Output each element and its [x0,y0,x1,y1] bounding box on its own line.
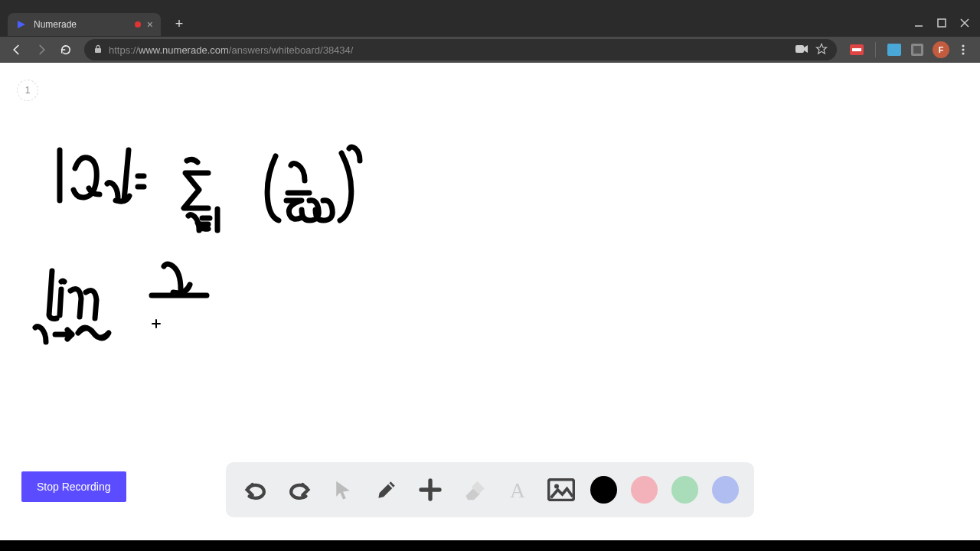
svg-point-14 [962,52,964,54]
svg-point-20 [554,484,559,489]
color-blue[interactable] [712,476,739,504]
color-pink[interactable] [631,476,658,504]
image-tool[interactable] [547,474,577,505]
separator [875,42,876,57]
stop-recording-button[interactable]: Stop Recording [21,471,126,502]
svg-rect-5 [95,48,101,53]
profile-avatar[interactable]: F [933,41,949,58]
color-black[interactable] [590,476,617,504]
eraser-tool[interactable] [459,474,489,505]
reload-button[interactable] [55,39,77,60]
text-tool[interactable]: A [503,474,533,505]
menu-button[interactable] [952,39,974,60]
browser-tabstrip: Numerade × + [0,11,980,37]
svg-rect-2 [938,19,946,27]
whiteboard-toolbar: A [226,462,754,517]
svg-point-12 [962,44,964,47]
browser-tab[interactable]: Numerade × [8,13,161,36]
redo-button[interactable] [285,474,315,505]
numerade-favicon [15,18,28,31]
lock-icon [93,44,103,56]
svg-text:A: A [510,478,525,501]
close-window-button[interactable] [960,18,969,30]
new-tab-button[interactable]: + [170,15,188,34]
add-tool[interactable] [416,474,446,505]
browser-toolbar: https://www.numerade.com/answers/whitebo… [0,37,980,63]
maximize-button[interactable] [937,18,946,30]
svg-marker-0 [18,21,25,28]
extension-icon-1[interactable] [849,42,864,57]
extension-icon-2[interactable] [887,42,902,57]
svg-rect-9 [887,44,901,56]
tab-close-button[interactable]: × [147,19,153,30]
pencil-tool[interactable] [372,474,402,505]
window-controls [914,18,980,30]
color-green[interactable] [671,476,698,504]
undo-button[interactable] [241,474,271,505]
svg-rect-8 [852,48,861,51]
recording-indicator-icon [135,21,141,28]
svg-rect-11 [913,46,921,54]
extension-icon-3[interactable] [910,42,925,57]
tab-title: Numerade [34,19,135,30]
forward-button[interactable] [31,39,52,60]
bookmark-star-icon[interactable] [815,43,828,57]
svg-point-13 [962,48,964,51]
window-titlebar [0,0,980,11]
extension-icons [844,42,929,57]
bottom-bar [0,540,980,551]
back-button[interactable] [6,39,28,60]
address-bar[interactable]: https://www.numerade.com/answers/whitebo… [84,39,837,60]
minimize-button[interactable] [914,18,923,30]
pointer-tool[interactable] [328,474,358,505]
url-text: https://www.numerade.com/answers/whitebo… [109,44,788,56]
camera-indicator-icon[interactable] [795,44,808,56]
svg-rect-6 [795,45,804,53]
page-content: 1 Sto [0,63,980,540]
